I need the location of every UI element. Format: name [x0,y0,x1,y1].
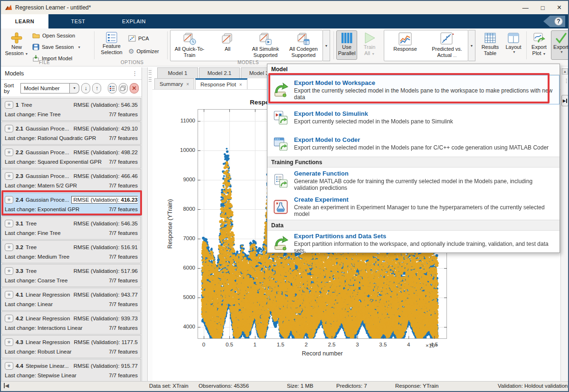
predicted-vs-actual-icon [440,32,454,46]
favorite-star-icon[interactable]: ★ [5,149,13,156]
parallel-bars-icon [341,32,353,44]
favorite-star-icon[interactable]: ★ [5,243,13,251]
favorite-star-icon[interactable]: ★ [5,362,13,370]
x-tick-label: 3.5 [376,342,390,347]
maximize-button[interactable]: □ [541,4,545,11]
export-workspace-icon [273,82,288,97]
favorite-star-icon[interactable]: ★ [5,291,13,299]
right-edge-strip: ▲ ⋮ ▶ [560,67,569,381]
gallery-response-plot[interactable]: Response [384,30,426,61]
x-axis-multiplier: ×10⁴ [426,343,437,348]
results-table-button[interactable]: Results Table [479,30,502,60]
models-panel-scrollbar[interactable] [142,67,148,381]
model-options-button[interactable] [108,83,117,93]
gallery-all-quick-to-train[interactable]: All Quick-To-Train [171,30,209,61]
layout-icon [507,32,520,44]
tab-model-2-1[interactable]: Model 2.1 [199,67,240,78]
favorite-star-icon[interactable]: ★ [5,196,13,204]
favorite-star-icon[interactable]: ★ [5,125,13,132]
model-card-3-1[interactable]: ★3.1TreeRMSE (Validation): 546.35 Last c… [1,216,141,240]
menu-item-export-model-to-workspace[interactable]: Export Model to Workspace Export the cur… [267,75,560,104]
close-button[interactable]: × [557,3,561,12]
sort-select[interactable]: Model Number ▼ [20,83,79,93]
menu-item-create-experiment[interactable]: Create Experiment Create an experiment i… [267,194,560,220]
model-card-4-3[interactable]: ★4.3Linear RegressionRMSE (Validation): … [1,335,141,358]
menu-item-export-model-to-simulink[interactable]: Export Model to Simulink Export currentl… [267,104,560,131]
feature-selection-button[interactable]: Feature Selection [98,30,125,60]
panel-splitter[interactable] [148,67,152,381]
expand-panel-button[interactable]: ▶ [561,95,569,106]
y-axis-label: Response (YTrain) [167,162,174,286]
collapse-panel-button[interactable]: ◀ [4,383,9,388]
export-plot-icon [533,32,545,44]
save-session-button[interactable]: Save Session▼ [32,44,81,50]
duplicate-model-button[interactable] [119,83,128,93]
sort-descending-button[interactable]: ↓ [81,83,90,93]
model-card-3-3[interactable]: ★3.3TreeRMSE (Validation): 517.96 Last c… [1,264,141,287]
tab-summary[interactable]: Summary × [154,78,194,89]
menu-item-export-partitions[interactable]: Export Partitions and Data Sets Export p… [267,231,560,255]
favorite-star-icon[interactable]: ★ [5,267,13,275]
export-button[interactable]: Export ▼ [551,30,569,60]
panel-menu-icon[interactable]: ⋮ [132,70,138,77]
favorite-star-icon[interactable]: ★ [5,172,13,180]
tab-test[interactable]: TEST [48,14,108,28]
model-card-4-1[interactable]: ★4.1Linear RegressionRMSE (Validation): … [1,288,141,311]
export-partitions-icon [273,235,288,251]
model-card-4-4[interactable]: ★4.4Stepwise Linear...RMSE (Validation):… [1,359,141,382]
scroll-up-icon[interactable]: ▲ [562,68,568,75]
model-card-3-2[interactable]: ★3.2TreeRMSE (Validation): 516.91 Last c… [1,240,141,263]
gear-icon: ⚙ [128,47,134,55]
open-session-button[interactable]: Open Session [32,32,75,38]
tab-model-1[interactable]: Model 1 [157,67,198,78]
model-card-4-2[interactable]: ★4.2Linear RegressionRMSE (Validation): … [1,311,141,335]
model-card-1[interactable]: ★1TreeRMSE (Validation): 546.35 Last cha… [1,98,141,121]
close-icon[interactable]: × [186,82,189,87]
delete-model-button[interactable]: ✕ [130,83,139,93]
import-model-button[interactable]: Import Model [32,55,72,62]
minimize-button[interactable]: — [522,4,529,11]
tab-explain[interactable]: EXPLAIN [108,14,160,28]
use-parallel-button[interactable]: Use Parallel [336,30,357,60]
model-card-2-3[interactable]: ★2.3Gaussian Proce...RMSE (Validation): … [1,169,141,192]
y-tick-label: 5000 [175,294,195,300]
strip-menu-icon[interactable]: ⋮ [564,78,569,84]
favorite-star-icon[interactable]: ★ [5,315,13,322]
model-card-2-4-selected[interactable]: ★2.4Gaussian Proce... RMSE (Validation):… [1,193,141,216]
menu-item-generate-function[interactable]: Generate Function Generate MATLAB code f… [267,168,560,194]
optimizer-button[interactable]: ⚙ Optimizer [128,47,159,55]
favorite-star-icon[interactable]: ★ [5,338,13,346]
x-tick-label: 0 [197,342,211,347]
generate-function-icon [273,173,288,188]
favorite-star-icon[interactable]: ★ [5,101,13,109]
close-icon[interactable]: × [239,82,242,87]
models-panel: Models ⋮ Sort by Model Number ▼ ↓ ↑ ✕ ★1… [1,67,142,381]
favorite-star-icon[interactable]: ★ [5,220,13,227]
model-card-2-1[interactable]: ★2.1Gaussian Proce...RMSE (Validation): … [1,121,141,145]
new-session-button[interactable]: New Session▼ [4,30,29,60]
play-icon [363,32,376,44]
tab-learn[interactable]: LEARN [1,14,48,28]
pca-button[interactable]: PCA [128,35,149,42]
x-axis-label: Record number [198,350,447,357]
models-gallery-dropdown-button[interactable]: ▼ [323,30,330,61]
model-card-2-2[interactable]: ★2.2Gaussian Proce...RMSE (Validation): … [1,145,141,168]
gallery-all[interactable]: All [209,30,247,61]
status-bar: ◀ Data set: XTrain Observations: 45356 S… [1,381,568,391]
plots-gallery-dropdown-button[interactable]: ▼ [468,30,475,61]
gallery-all-codegen-supported[interactable]: {} All CodegenSupported [284,30,322,61]
export-plot-button[interactable]: Export Plot▼ [528,30,550,60]
sort-ascending-button[interactable]: ↑ [92,83,101,93]
help-button[interactable]: ? [554,17,563,26]
x-tick-label: 2 [299,342,313,347]
gallery-all-simulink-supported[interactable]: All SimulinkSupported [247,30,284,61]
x-tick-label: 0.5 [222,342,237,347]
gallery-predicted-vs-actual[interactable]: Predicted vs. Actual ... [426,30,468,61]
export-dropdown-menu: Model Export Model to Workspace Export t… [267,64,560,253]
tab-response-plot[interactable]: Response Plot × [195,78,247,89]
menu-item-export-model-to-coder[interactable]: Export Model to Coder Export currently s… [267,131,560,157]
status-observations: Observations: 45356 [199,383,249,389]
model-stack-codegen-icon: {} [296,32,311,46]
layout-button[interactable]: Layout ▼ [503,30,524,60]
toolstrip: New Session▼ Open Session Save Session▼ … [1,28,568,66]
